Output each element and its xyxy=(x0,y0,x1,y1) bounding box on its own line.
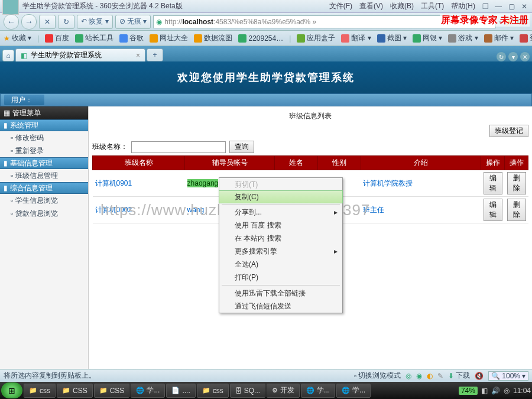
tray-icon[interactable]: ◎ xyxy=(504,387,510,395)
folder-icon: ▮ xyxy=(4,159,8,167)
ctx-sep xyxy=(222,204,340,205)
search-label: 班级名称： xyxy=(92,142,128,152)
edit-button[interactable]: 编辑 xyxy=(484,199,502,221)
home-icon[interactable]: ⌂ xyxy=(2,50,14,61)
globe-icon[interactable]: ◎ xyxy=(406,372,411,380)
task-item[interactable]: 🌐 学... xyxy=(336,384,371,398)
bm-zhanzhang[interactable]: 站长工具 xyxy=(75,33,113,43)
shield-icon[interactable]: ◉ xyxy=(416,372,422,380)
start-button[interactable]: ⊞ xyxy=(1,382,22,398)
maximize-icon[interactable]: ▢ xyxy=(506,2,517,11)
clock[interactable]: 11:04 xyxy=(513,387,531,395)
bm-baidu[interactable]: 百度 xyxy=(45,33,69,43)
tray-icon[interactable]: 🔊 xyxy=(491,387,500,395)
bm-wangzhi[interactable]: 网址大全 xyxy=(150,33,188,43)
close-icon[interactable]: ✕ xyxy=(519,2,530,11)
task-item[interactable]: ⚙ 开发 xyxy=(267,384,300,398)
task-item[interactable]: 🌐 学... xyxy=(301,384,335,398)
bm-mail[interactable]: 邮件 ▾ xyxy=(484,33,514,43)
back-button[interactable]: ← xyxy=(4,14,19,30)
sound-icon[interactable]: 🔇 xyxy=(475,372,484,380)
delete-button[interactable]: 删除 xyxy=(507,199,526,221)
bm-num[interactable]: 2209254… xyxy=(238,34,283,43)
menu-file[interactable]: 文件(F) xyxy=(329,1,352,11)
search-input[interactable] xyxy=(131,141,226,153)
sidebar-cat-base[interactable]: ▮基础信息管理 xyxy=(0,157,88,169)
ctx-print[interactable]: 打印(P) xyxy=(219,271,342,284)
ctx-thunder[interactable]: 使用迅雷下载全部链接 xyxy=(219,287,342,300)
ctx-sep xyxy=(222,285,340,286)
tool-icon[interactable]: ✎ xyxy=(437,372,443,380)
acct-cell[interactable]: zhaogang xyxy=(187,179,219,187)
sidebar-item-student[interactable]: ▫学生信息浏览 xyxy=(0,194,88,207)
ctx-copy[interactable]: 复制(C) xyxy=(219,190,343,203)
sidebar-cat-combo[interactable]: ▮综合信息管理 xyxy=(0,182,88,194)
bm-google[interactable]: 谷歌 xyxy=(119,33,144,43)
register-button[interactable]: 班级登记 xyxy=(489,125,528,137)
ctx-more-engines[interactable]: 更多搜索引擎▸ xyxy=(219,245,342,258)
battery-indicator[interactable]: 74% xyxy=(459,387,478,395)
filter-icon[interactable]: ◐ xyxy=(427,372,433,380)
minimize-icon[interactable]: — xyxy=(493,2,504,11)
bm-appbox[interactable]: 应用盒子 xyxy=(297,33,335,43)
tab-sync-icon[interactable]: ↻ xyxy=(497,52,506,61)
ctx-select-all[interactable]: 全选(A) xyxy=(219,258,342,271)
tab-active[interactable]: ◧ 学生助学贷款管理系统 × xyxy=(15,48,145,61)
task-item[interactable]: 📁 css xyxy=(197,384,229,398)
search-button[interactable]: 查询 xyxy=(229,141,254,153)
restore-button[interactable]: ↶ 恢复 ▾ xyxy=(77,15,113,29)
sidebar-item-loan[interactable]: ▫贷款信息浏览 xyxy=(0,207,88,220)
bm-game[interactable]: 游戏 ▾ xyxy=(448,33,478,43)
incognito-button[interactable]: ⊘ 无痕 ▾ xyxy=(115,15,151,29)
sidebar-item-relogin[interactable]: ▫重新登录 xyxy=(0,144,88,157)
sidebar-item-password[interactable]: ▫修改密码 xyxy=(0,131,88,144)
download-button[interactable]: ⬇下载 xyxy=(448,371,470,381)
reload-button[interactable]: ↻ xyxy=(58,15,74,29)
ctx-feixin[interactable]: 通过飞信短信发送 xyxy=(219,300,342,313)
class-link[interactable]: 计算机0902 xyxy=(95,206,132,214)
menu-fav[interactable]: 收藏(B) xyxy=(390,1,414,11)
task-item[interactable]: 🌐 学... xyxy=(131,384,165,398)
acct-cell[interactable]: wang xyxy=(187,206,205,214)
task-item[interactable]: 📁 CSS xyxy=(57,384,93,398)
bm-screenshot[interactable]: 截图 ▾ xyxy=(377,33,407,43)
tray-icon[interactable]: ◧ xyxy=(481,387,488,395)
skin-icon[interactable]: ❐ xyxy=(480,2,491,11)
menu-view[interactable]: 查看(V) xyxy=(359,1,383,11)
new-tab-button[interactable]: + xyxy=(147,48,163,61)
sidebar-cat-system[interactable]: ▮系统管理 xyxy=(0,119,88,131)
bm-bank[interactable]: 网银 ▾ xyxy=(413,33,442,43)
chevron-right-icon: ▸ xyxy=(334,247,338,255)
page-banner: 欢迎您使用学生助学贷款管理系统 xyxy=(0,61,532,93)
task-item[interactable]: 📄 .... xyxy=(166,384,195,398)
bm-login[interactable]: 登录管家(1) ▾ xyxy=(520,33,532,43)
tab-list-icon[interactable]: ▾ xyxy=(508,52,518,61)
window-titlebar: 学生助学贷款管理系统 - 360安全浏览器 4.2 Beta版 文件(F) 查看… xyxy=(0,0,532,13)
bm-translate[interactable]: 翻译 ▾ xyxy=(341,33,371,43)
download-icon: ⬇ xyxy=(448,372,454,380)
favorites-button[interactable]: ★收藏 ▾ xyxy=(4,33,31,43)
globe-icon: ◉ xyxy=(156,18,162,26)
task-item[interactable]: 📁 css xyxy=(24,384,56,398)
task-item[interactable]: 📁 CSS xyxy=(94,384,130,398)
sidebar-item-class[interactable]: ▫班级信息管理 xyxy=(0,169,88,182)
menu-tools[interactable]: 工具(T) xyxy=(421,1,444,11)
class-link[interactable]: 计算机0901 xyxy=(95,179,132,187)
tab-close-icon[interactable]: × xyxy=(136,51,140,60)
status-text: 将所选内容复制到剪贴板上。 xyxy=(4,371,349,381)
delete-button[interactable]: 删除 xyxy=(507,172,526,194)
forward-button[interactable]: → xyxy=(21,14,37,30)
menu-help[interactable]: 帮助(H) xyxy=(451,1,475,11)
edit-button[interactable]: 编辑 xyxy=(484,172,502,194)
zoom-level[interactable]: 🔍 100% ▾ xyxy=(488,371,528,381)
ctx-share[interactable]: 分享到...▸ xyxy=(219,206,342,219)
bm-dataflow[interactable]: 数据流图 xyxy=(194,33,232,43)
tab-close-all-icon[interactable]: ✕ xyxy=(520,52,530,61)
stop-button[interactable]: ✕ xyxy=(39,15,56,29)
mode-switch[interactable]: ▫切换浏览模式 xyxy=(354,371,401,381)
ctx-baidu-search[interactable]: 使用 百度 搜索 xyxy=(219,219,342,232)
user-bar: 用户： xyxy=(0,93,532,106)
task-item[interactable]: 🗄 SQ... xyxy=(230,384,265,398)
context-menu: 剪切(T) 复制(C) 分享到...▸ 使用 百度 搜索 在 本站内 搜索 更多… xyxy=(219,177,343,313)
ctx-site-search[interactable]: 在 本站内 搜索 xyxy=(219,232,342,245)
